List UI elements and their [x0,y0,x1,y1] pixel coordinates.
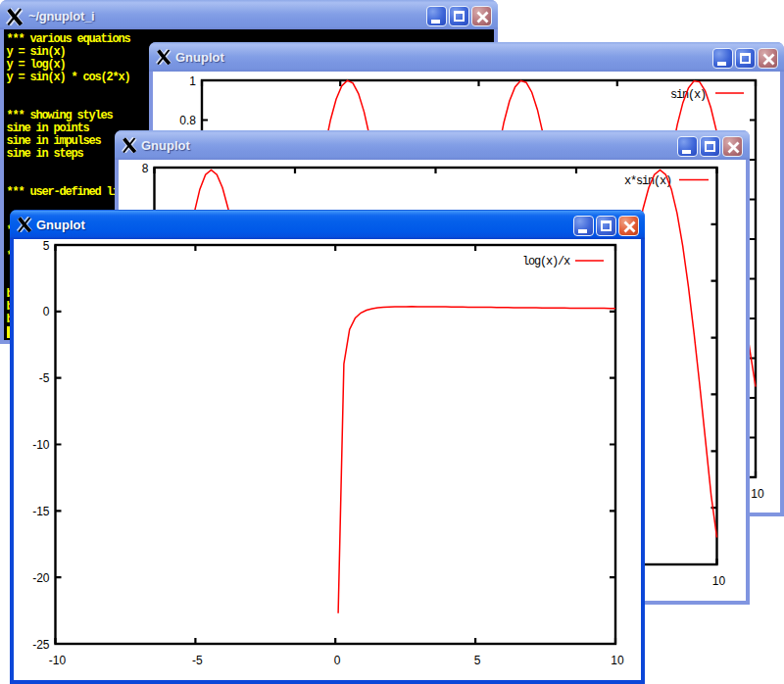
svg-text:log(x)/x: log(x)/x [522,255,570,269]
svg-text:8: 8 [142,162,149,175]
svg-text:-20: -20 [32,571,50,585]
svg-text:-5: -5 [192,654,203,667]
svg-text:5: 5 [43,239,50,253]
svg-text:5: 5 [474,654,481,667]
svg-text:0: 0 [43,305,50,318]
svg-text:-15: -15 [32,505,50,518]
svg-text:0: 0 [334,654,341,667]
svg-text:1: 1 [189,74,196,88]
svg-text:10: 10 [712,574,726,588]
svg-text:-10: -10 [32,438,50,452]
svg-text:x*sin(x): x*sin(x) [624,174,671,188]
svg-text:-5: -5 [39,371,50,385]
svg-text:10: 10 [751,487,764,501]
svg-text:-25: -25 [32,638,50,652]
svg-text:10: 10 [611,654,624,667]
svg-text:-10: -10 [49,654,67,667]
svg-text:0.8: 0.8 [179,114,196,127]
